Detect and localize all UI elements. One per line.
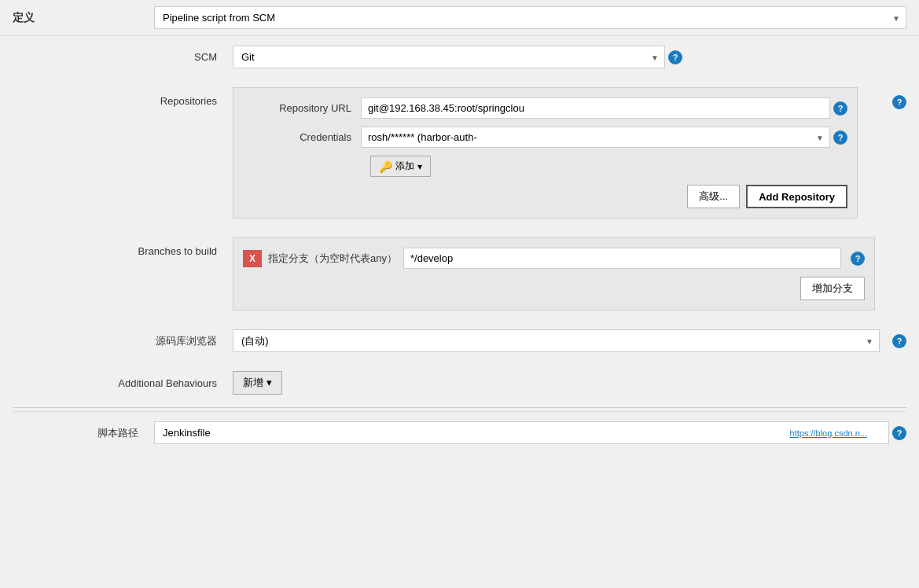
- definition-select[interactable]: Pipeline script from SCM Pipeline script: [154, 6, 906, 29]
- source-browser-select[interactable]: (自动): [233, 329, 880, 352]
- branches-box: X 指定分支（为空时代表any） ? 增加分支: [233, 237, 875, 311]
- source-browser-help-icon[interactable]: ?: [892, 334, 906, 348]
- repo-url-row: Repository URL ?: [243, 97, 847, 119]
- repositories-label: Repositories: [13, 87, 233, 107]
- credentials-select-wrap: rosh/****** (harbor-auth- ▼: [361, 127, 830, 148]
- credentials-select[interactable]: rosh/****** (harbor-auth-: [361, 127, 830, 148]
- add-cred-arrow-icon: ▾: [417, 161, 422, 172]
- branch-field-row: X 指定分支（为空时代表any） ?: [243, 248, 865, 269]
- repo-actions: 高级... Add Repository: [243, 185, 847, 208]
- add-credential-button[interactable]: 🔑 添加 ▾: [370, 156, 431, 177]
- divider: [13, 407, 906, 408]
- scm-row: SCM Git None ▼ ?: [13, 36, 906, 78]
- add-behaviour-button[interactable]: 新增 ▾: [233, 371, 282, 395]
- additional-behaviours-label: Additional Behaviours: [13, 377, 233, 389]
- repo-url-input[interactable]: [361, 97, 830, 119]
- scm-select-wrap: Git None ▼: [233, 46, 665, 68]
- source-browser-label: 源码库浏览器: [13, 334, 233, 348]
- branches-label: Branches to build: [13, 237, 233, 257]
- add-repository-button[interactable]: Add Repository: [746, 185, 847, 208]
- script-path-row: 脚本路径 https://blog.csdn.n... ?: [13, 411, 906, 454]
- definition-label: 定义: [13, 11, 154, 25]
- repositories-help-icon[interactable]: ?: [892, 95, 906, 109]
- source-browser-row: 源码库浏览器 (自动) ▼ ?: [13, 320, 906, 362]
- key-icon: 🔑: [379, 160, 392, 173]
- branch-help-icon[interactable]: ?: [851, 252, 865, 266]
- branches-row: Branches to build X 指定分支（为空时代表any） ? 增加分…: [13, 228, 906, 320]
- add-branch-button[interactable]: 增加分支: [800, 277, 865, 300]
- credentials-label: Credentials: [243, 131, 361, 143]
- advanced-button[interactable]: 高级...: [687, 185, 740, 208]
- repo-url-label: Repository URL: [243, 102, 361, 114]
- add-cred-row: 🔑 添加 ▾: [243, 156, 847, 177]
- branches-actions: 增加分支: [243, 277, 865, 300]
- branch-field-label: 指定分支（为空时代表any）: [268, 252, 397, 266]
- scm-label: SCM: [154, 51, 233, 63]
- script-watermark: https://blog.csdn.n...: [790, 428, 867, 438]
- additional-behaviours-row: Additional Behaviours 新增 ▾: [13, 362, 906, 404]
- scm-help-icon[interactable]: ?: [668, 50, 682, 64]
- repo-url-help-icon[interactable]: ?: [833, 101, 847, 116]
- script-path-input[interactable]: [154, 421, 889, 444]
- main-content: SCM Git None ▼ ? Repositories Repository…: [0, 36, 919, 454]
- definition-select-wrap: Pipeline script from SCM Pipeline script…: [154, 6, 906, 29]
- repositories-row: Repositories Repository URL ? Credential…: [13, 78, 906, 228]
- scm-select[interactable]: Git None: [233, 46, 665, 68]
- add-behaviour-label: 新增 ▾: [243, 376, 272, 390]
- branch-input[interactable]: [403, 248, 841, 269]
- repositories-box: Repository URL ? Credentials rosh/******…: [233, 87, 858, 219]
- source-browser-select-wrap: (自动) ▼: [233, 329, 880, 352]
- add-cred-label: 添加: [395, 160, 414, 173]
- script-path-help-icon[interactable]: ?: [892, 426, 906, 440]
- credentials-wrap: rosh/****** (harbor-auth- ▼: [361, 127, 830, 148]
- script-path-label: 脚本路径: [13, 426, 154, 440]
- delete-branch-button[interactable]: X: [243, 250, 262, 267]
- definition-row: 定义 Pipeline script from SCM Pipeline scr…: [0, 0, 919, 36]
- credentials-help-icon[interactable]: ?: [833, 130, 847, 145]
- page-wrapper: 定义 Pipeline script from SCM Pipeline scr…: [0, 0, 919, 588]
- credentials-row: Credentials rosh/****** (harbor-auth- ▼ …: [243, 127, 847, 148]
